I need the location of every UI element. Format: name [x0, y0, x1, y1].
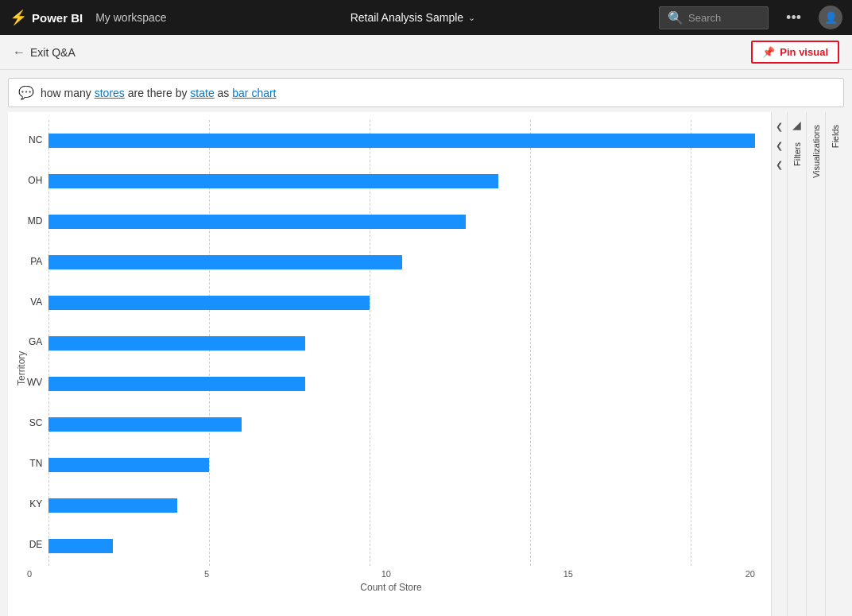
x-tick: 15	[563, 569, 573, 579]
qna-query: how many stores are there by state as ba…	[41, 87, 277, 99]
bar-row	[48, 455, 755, 475]
bar-row	[48, 212, 755, 231]
visualizations-label[interactable]: Visualizations	[811, 118, 821, 184]
app-logo: ⚡ Power BI	[10, 9, 83, 26]
subbar: ← Exit Q&A 📌 Pin visual	[0, 35, 852, 70]
bar	[48, 134, 755, 148]
x-tick: 0	[27, 569, 32, 579]
bar-label: SC	[27, 413, 42, 432]
avatar[interactable]: 👤	[819, 6, 842, 29]
chat-icon: 💬	[18, 85, 34, 100]
bar-row	[48, 172, 755, 191]
bar-row	[48, 293, 755, 312]
bar-row	[48, 374, 755, 393]
user-icon: 👤	[824, 11, 838, 24]
bar-label: OH	[27, 171, 42, 190]
filters-label[interactable]: Filters	[792, 136, 802, 172]
bar	[48, 539, 113, 553]
bar	[48, 296, 370, 310]
x-ticks: 05101520	[27, 566, 755, 579]
panel-collapse-column: ❮ ❮ ❮	[771, 112, 787, 616]
filters-icon: ◢	[792, 118, 801, 131]
x-axis-label: Count of Store	[27, 582, 755, 593]
bar	[48, 215, 466, 229]
bar	[48, 336, 305, 351]
chart-area: Territory NCOHMDPAVAGAWVSCTNKYDE 0510152…	[8, 112, 771, 616]
search-icon: 🔍	[668, 10, 684, 25]
x-tick: 20	[746, 569, 755, 579]
bar	[48, 458, 209, 472]
search-box[interactable]: 🔍	[659, 6, 769, 29]
more-options-icon[interactable]: •••	[781, 10, 806, 26]
search-input[interactable]	[688, 12, 760, 24]
x-tick: 5	[204, 569, 209, 579]
bar	[48, 174, 498, 188]
x-tick: 10	[381, 569, 391, 579]
bar-row	[48, 334, 755, 353]
bars-section: NCOHMDPAVAGAWVSCTNKYDE	[27, 120, 755, 566]
y-axis-label: Territory	[16, 120, 27, 593]
exit-qna-label: Exit Q&A	[30, 46, 76, 59]
bar-label: WV	[27, 373, 42, 392]
fields-panel: Fields	[825, 112, 844, 616]
bar-row	[48, 537, 755, 556]
bar	[48, 255, 401, 269]
bar-label: VA	[27, 293, 42, 312]
back-arrow-icon: ←	[13, 45, 25, 60]
bar-label: DE	[27, 535, 42, 554]
collapse-fields-button[interactable]: ❮	[772, 138, 788, 153]
bar-label: TN	[27, 454, 42, 473]
bar-row	[48, 131, 755, 150]
bar-row	[48, 415, 755, 434]
bar-label: MD	[27, 211, 42, 231]
bar	[48, 377, 305, 391]
chart-inner: NCOHMDPAVAGAWVSCTNKYDE 05101520 Count of…	[27, 120, 755, 593]
visualizations-panel: Visualizations	[806, 112, 825, 616]
top-nav: ⚡ Power BI My workspace Retail Analysis …	[0, 0, 852, 35]
bar-label: KY	[27, 494, 42, 513]
state-keyword: state	[190, 87, 214, 99]
x-axis: 05101520 Count of Store	[27, 566, 755, 593]
stores-keyword: stores	[95, 87, 125, 99]
bars-content	[48, 120, 755, 566]
report-title-area: Retail Analysis Sample ⌄	[180, 11, 646, 24]
bar-row	[48, 253, 755, 272]
bar-label: NC	[27, 130, 42, 149]
collapse-extra-button[interactable]: ❮	[772, 157, 788, 172]
collapse-visualizations-button[interactable]: ❮	[772, 118, 788, 134]
bar	[48, 417, 241, 432]
bar-label: GA	[27, 332, 42, 351]
qna-input-area[interactable]: 💬 how many stores are there by state as …	[8, 78, 844, 107]
app-name: Power BI	[32, 11, 83, 25]
main-content: Territory NCOHMDPAVAGAWVSCTNKYDE 0510152…	[8, 112, 844, 616]
pin-visual-label: Pin visual	[780, 46, 828, 58]
report-title: Retail Analysis Sample	[350, 11, 463, 24]
bar	[48, 498, 177, 513]
exit-qna-button[interactable]: ← Exit Q&A	[13, 45, 76, 60]
filters-panel: ◢ Filters	[787, 112, 806, 616]
right-panels: ❮ ❮ ❮ ◢ Filters Visualizations Fields	[771, 112, 844, 616]
pin-icon: 📌	[762, 46, 775, 58]
pin-visual-button[interactable]: 📌 Pin visual	[751, 41, 839, 64]
chevron-down-icon[interactable]: ⌄	[468, 13, 475, 23]
bar-row	[48, 496, 755, 515]
bar-label: PA	[27, 252, 42, 271]
chart-container: Territory NCOHMDPAVAGAWVSCTNKYDE 0510152…	[16, 120, 755, 593]
powerbi-icon: ⚡	[10, 9, 27, 26]
bar-labels: NCOHMDPAVAGAWVSCTNKYDE	[27, 120, 48, 566]
workspace-label[interactable]: My workspace	[95, 11, 166, 24]
barchart-keyword: bar chart	[232, 87, 276, 99]
fields-label[interactable]: Fields	[831, 118, 840, 154]
